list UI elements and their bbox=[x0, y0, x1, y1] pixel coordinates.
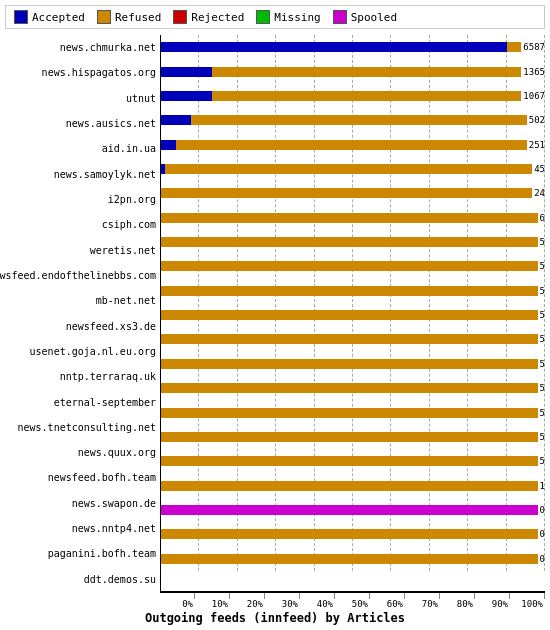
bar-row-12: 5 bbox=[161, 332, 545, 346]
bar-refused-4 bbox=[176, 140, 527, 150]
bar-value-17: 5 bbox=[540, 456, 545, 466]
bar-refused-20 bbox=[161, 529, 538, 539]
x-label-2: 20% bbox=[230, 599, 265, 609]
bar-accepted-2 bbox=[161, 91, 212, 101]
legend-item-accepted: Accepted bbox=[14, 10, 85, 24]
legend-item-missing: Missing bbox=[256, 10, 320, 24]
y-label-6: i2pn.org bbox=[108, 194, 156, 205]
y-labels: news.chmurka.netnews.hispagatos.orgutnut… bbox=[5, 35, 160, 592]
y-label-17: newsfeed.bofh.team bbox=[48, 472, 156, 483]
y-label-5: news.samoylyk.net bbox=[54, 169, 156, 180]
bar-value-13: 5 bbox=[540, 359, 545, 369]
bar-row-4: 251 bbox=[161, 138, 545, 152]
x-labels-row: 0%10%20%30%40%50%60%70%80%90%100% bbox=[160, 599, 545, 609]
bar-value-21: 0 bbox=[540, 554, 545, 564]
bar-value-9: 5 bbox=[540, 261, 545, 271]
bar-row-21: 0 bbox=[161, 552, 545, 566]
bar-value-15: 5 bbox=[540, 408, 545, 418]
bar-value-16: 5 bbox=[540, 432, 545, 442]
y-label-9: newsfeed.endofthelinebbs.com bbox=[0, 270, 156, 281]
bar-value-4: 251 bbox=[529, 140, 545, 150]
x-label-3: 30% bbox=[265, 599, 300, 609]
bar-row-11: 5 bbox=[161, 308, 545, 322]
refused-color-box bbox=[97, 10, 111, 24]
bars-wrapper: 6587136510675022514524655555555551000 bbox=[161, 35, 545, 591]
bar-accepted-1 bbox=[161, 67, 212, 77]
bar-refused-8 bbox=[161, 237, 538, 247]
bar-refused-12 bbox=[161, 334, 538, 344]
bar-value-3: 502 bbox=[529, 115, 545, 125]
bar-value-1: 1365 bbox=[523, 67, 545, 77]
bar-refused-1 bbox=[212, 67, 521, 77]
spooled-label: Spooled bbox=[351, 11, 397, 24]
accepted-color-box bbox=[14, 10, 28, 24]
y-label-4: aid.in.ua bbox=[102, 143, 156, 154]
bar-row-2: 1067 bbox=[161, 89, 545, 103]
bar-value-14: 5 bbox=[540, 383, 545, 393]
y-label-20: paganini.bofh.team bbox=[48, 548, 156, 559]
y-label-7: csiph.com bbox=[102, 219, 156, 230]
bar-value-10: 5 bbox=[540, 286, 545, 296]
bar-accepted-0 bbox=[161, 42, 507, 52]
bar-value-6: 24 bbox=[534, 188, 545, 198]
bar-refused-15 bbox=[161, 408, 538, 418]
x-axis: 0%10%20%30%40%50%60%70%80%90%100% bbox=[160, 593, 545, 609]
bar-row-14: 5 bbox=[161, 381, 545, 395]
x-label-4: 40% bbox=[300, 599, 335, 609]
x-label-6: 60% bbox=[370, 599, 405, 609]
bar-refused-2 bbox=[212, 91, 521, 101]
x-label-9: 90% bbox=[475, 599, 510, 609]
y-label-16: news.quux.org bbox=[78, 447, 156, 458]
y-label-19: news.nntp4.net bbox=[72, 523, 156, 534]
bar-row-9: 5 bbox=[161, 259, 545, 273]
bar-refused-11 bbox=[161, 310, 538, 320]
x-label-10: 100% bbox=[510, 599, 545, 609]
x-label-1: 10% bbox=[195, 599, 230, 609]
legend-item-spooled: Spooled bbox=[333, 10, 397, 24]
bar-value-11: 5 bbox=[540, 310, 545, 320]
rejected-color-box bbox=[173, 10, 187, 24]
bar-refused-6 bbox=[161, 188, 532, 198]
y-label-8: weretis.net bbox=[90, 245, 156, 256]
bar-spooled-19 bbox=[161, 505, 538, 515]
bar-value-12: 5 bbox=[540, 334, 545, 344]
bar-value-19: 0 bbox=[540, 505, 545, 515]
bar-refused-14 bbox=[161, 383, 538, 393]
y-label-13: nntp.terraraq.uk bbox=[60, 371, 156, 382]
bar-row-8: 5 bbox=[161, 235, 545, 249]
bar-row-16: 5 bbox=[161, 430, 545, 444]
legend: Accepted Refused Rejected Missing Spoole… bbox=[5, 5, 545, 29]
y-label-10: mb-net.net bbox=[96, 295, 156, 306]
bar-row-17: 5 bbox=[161, 454, 545, 468]
y-label-1: news.hispagatos.org bbox=[42, 67, 156, 78]
bar-value-7: 6 bbox=[540, 213, 545, 223]
chart-container: Accepted Refused Rejected Missing Spoole… bbox=[0, 0, 550, 630]
y-label-11: newsfeed.xs3.de bbox=[66, 321, 156, 332]
bar-value-0: 6587 bbox=[523, 42, 545, 52]
legend-item-refused: Refused bbox=[97, 10, 161, 24]
spooled-color-box bbox=[333, 10, 347, 24]
bar-accepted-4 bbox=[161, 140, 176, 150]
bar-row-5: 45 bbox=[161, 162, 545, 176]
bars-section: 6587136510675022514524655555555551000 bbox=[160, 35, 545, 592]
bar-row-1: 1365 bbox=[161, 65, 545, 79]
y-label-15: news.tnetconsulting.net bbox=[18, 422, 156, 433]
bar-refused-7 bbox=[161, 213, 538, 223]
x-label-0: 0% bbox=[160, 599, 195, 609]
x-label-7: 70% bbox=[405, 599, 440, 609]
bar-row-7: 6 bbox=[161, 211, 545, 225]
bar-row-18: 1 bbox=[161, 479, 545, 493]
x-label-8: 80% bbox=[440, 599, 475, 609]
bar-row-19: 0 bbox=[161, 503, 545, 517]
bar-refused-17 bbox=[161, 456, 538, 466]
bar-row-10: 5 bbox=[161, 284, 545, 298]
y-label-0: news.chmurka.net bbox=[60, 42, 156, 53]
y-label-12: usenet.goja.nl.eu.org bbox=[30, 346, 156, 357]
bar-accepted-3 bbox=[161, 115, 191, 125]
bar-refused-3 bbox=[191, 115, 527, 125]
legend-item-rejected: Rejected bbox=[173, 10, 244, 24]
bar-row-20: 0 bbox=[161, 527, 545, 541]
y-label-3: news.ausics.net bbox=[66, 118, 156, 129]
chart-title: Outgoing feeds (innfeed) by Articles bbox=[5, 611, 545, 625]
missing-label: Missing bbox=[274, 11, 320, 24]
